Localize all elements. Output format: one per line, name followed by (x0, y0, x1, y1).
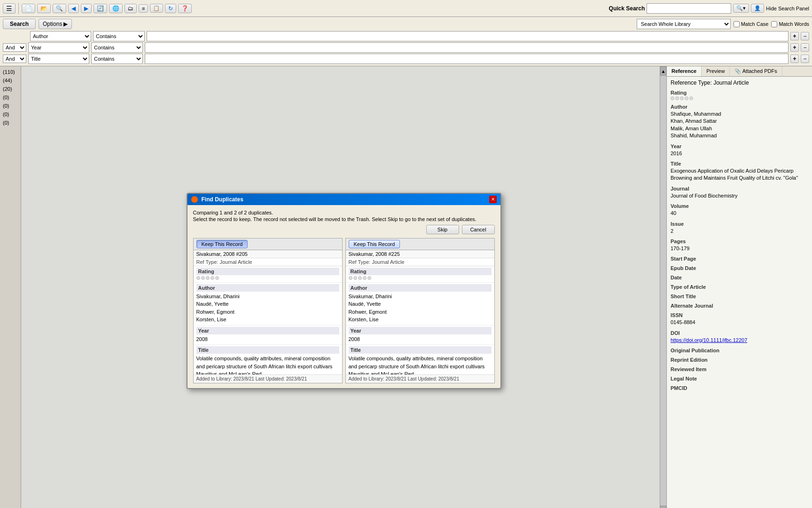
dup-col-left-scroll[interactable]: Rating (194, 266, 342, 374)
field-connector-2: And Or Not (3, 43, 26, 52)
dup-right-rating-section: Rating (346, 266, 494, 283)
sidebar-count-0b: (0) (3, 103, 9, 109)
search-library-select[interactable]: Search Whole Library (637, 19, 731, 29)
field-type-select-3[interactable]: Title (28, 54, 89, 64)
dup-right-year: 2008 (349, 335, 492, 343)
field-match-select-2[interactable]: Contains (91, 42, 143, 53)
dup-right-rating-label: Rating (349, 268, 492, 275)
toolbar-btn-refresh[interactable]: ↻ (165, 4, 176, 13)
rating-field: Rating (671, 90, 808, 100)
sidebar-count-110: (110) (3, 69, 15, 75)
field-add-btn-2[interactable]: + (790, 43, 799, 52)
field-value-input-1[interactable] (147, 31, 789, 41)
dup-right-author-2: Naudé, Yvette (349, 300, 492, 308)
sidebar-item-44[interactable]: (44) (1, 77, 20, 84)
dup-col-right-ref: Sivakumar, 2008 #225 (346, 250, 494, 258)
options-button[interactable]: Options ▶ (39, 19, 72, 29)
field-value-input-3[interactable] (145, 54, 789, 64)
right-doi-value[interactable]: https://doi.org/10.1111/jfbc.12207 (671, 337, 808, 344)
field-add-btn-1[interactable]: + (790, 32, 799, 40)
right-reprint-label: Reprint Edition (671, 357, 808, 363)
dup-left-author-2: Naudé, Yvette (196, 300, 339, 308)
field-match-select-3[interactable]: Contains (91, 54, 143, 64)
dup-left-title-section: Title Volatile compounds, quality attrib… (194, 345, 342, 374)
rdot1 (349, 276, 352, 280)
toolbar-btn-cite[interactable]: ≡ (139, 4, 148, 13)
field-match-select-1[interactable]: Contains (93, 31, 145, 41)
dot3 (206, 276, 210, 280)
rdot-r5 (689, 96, 693, 100)
skip-btn[interactable]: Skip (426, 225, 459, 234)
right-issn-value: 0145-8884 (671, 319, 808, 326)
right-orig-pub-field: Original Publication (671, 348, 808, 353)
dialog-titlebar: Find Duplicates ✕ (187, 194, 500, 205)
field-type-select-1[interactable]: Author (30, 31, 91, 41)
dup-right-author-4: Korsten, Lise (349, 316, 492, 324)
right-legal-label: Legal Note (671, 376, 808, 381)
match-case-checkbox[interactable] (734, 21, 740, 27)
match-words-checkbox[interactable] (771, 21, 777, 27)
comparing-text: Comparing 1 and 2 of 2 duplicates. (193, 210, 495, 215)
field-remove-btn-1[interactable]: − (801, 32, 809, 40)
dup-right-author-1: Sivakumar, Dharini (349, 293, 492, 301)
hide-panel-button[interactable]: Hide Search Panel (766, 6, 809, 11)
rdot4 (363, 276, 367, 280)
dup-left-author-section: Author Sivakumar, Dharini Naudé, Yvette … (194, 283, 342, 325)
ref-type-label: Reference Type: (671, 79, 712, 86)
cancel-btn[interactable]: Cancel (462, 225, 495, 234)
toolbar-btn-back[interactable]: ◀ (68, 4, 79, 13)
quick-search-user[interactable]: 👤 (751, 4, 764, 13)
keep-left-btn[interactable]: Keep This Record (196, 240, 248, 248)
keep-right-btn[interactable]: Keep This Record (349, 240, 400, 248)
sidebar-item-0b[interactable]: (0) (1, 102, 20, 110)
dup-left-year: 2008 (196, 335, 339, 343)
field-add-btn-3[interactable]: + (790, 55, 799, 63)
quick-search-input[interactable] (647, 3, 731, 14)
toolbar-btn-sync[interactable]: 🔄 (94, 4, 107, 13)
toolbar-btn-ref[interactable]: 📋 (150, 4, 163, 13)
dup-left-rating-section: Rating (194, 266, 342, 283)
center-content: ▲ ▼ Find Duplicates ✕ Comparing 1 and 2 … (21, 66, 666, 508)
tab-attached-pdfs[interactable]: 📎 Attached PDFs (730, 66, 782, 76)
dup-col-right-scroll[interactable]: Rating (346, 266, 494, 374)
toolbar-btn-forward[interactable]: ▶ (81, 4, 92, 13)
field-type-select-2[interactable]: Year (28, 42, 89, 53)
toolbar-btn-help[interactable]: ❓ (178, 4, 192, 13)
sidebar-item-0a[interactable]: (0) (1, 94, 20, 101)
right-journal-field: Journal Journal of Food Biochemistry (671, 186, 808, 199)
connector-select-2[interactable]: And Or Not (3, 43, 26, 52)
dup-left-author-label: Author (196, 284, 339, 292)
connector-select-3[interactable]: And Or Not (3, 55, 26, 63)
right-panel: Reference Preview 📎 Attached PDFs Refere… (666, 66, 812, 508)
sidebar-item-0c[interactable]: (0) (1, 111, 20, 118)
dup-right-author-label: Author (349, 284, 492, 292)
rdot-r3 (680, 96, 684, 100)
dup-left-year-section: Year 2008 (194, 325, 342, 345)
dup-col-right-footer: Added to Library: 2023/8/21 Last Updated… (346, 374, 494, 383)
field-remove-btn-3[interactable]: − (801, 55, 809, 63)
toolbar-btn-new[interactable]: 📄 (22, 4, 35, 13)
tab-reference[interactable]: Reference (667, 66, 702, 76)
right-epub-field: Epub Date (671, 265, 808, 271)
right-reviewed-label: Reviewed Item (671, 366, 808, 372)
sidebar-item-110[interactable]: (110) (1, 68, 20, 76)
sidebar-item-0d[interactable]: (0) (1, 119, 20, 127)
right-date-field: Date (671, 275, 808, 280)
toolbar-btn-folder[interactable]: 🗂 (125, 4, 137, 13)
tab-preview[interactable]: Preview (702, 66, 730, 76)
right-volume-label: Volume (671, 203, 808, 209)
toolbar-btn-open[interactable]: 📂 (37, 4, 51, 13)
field-remove-btn-2[interactable]: − (801, 43, 809, 52)
quick-search-go[interactable]: 🔍▾ (733, 4, 749, 13)
toolbar-btn-search[interactable]: 🔍 (53, 4, 66, 13)
toolbar-btn-find[interactable]: 🌐 (109, 4, 123, 13)
dialog-close-btn[interactable]: ✕ (489, 196, 497, 203)
dot1 (196, 276, 200, 280)
right-panel-content[interactable]: Reference Type: Journal Article Rating A… (667, 77, 812, 508)
sidebar-item-20[interactable]: (20) (1, 85, 20, 93)
toolbar-btn-1[interactable]: ☰ (3, 3, 16, 14)
search-button[interactable]: Search (3, 19, 36, 29)
search-field-row-2: And Or Not Year Contains + − (3, 42, 809, 53)
dot5 (215, 276, 219, 280)
field-value-input-2[interactable] (145, 42, 789, 53)
